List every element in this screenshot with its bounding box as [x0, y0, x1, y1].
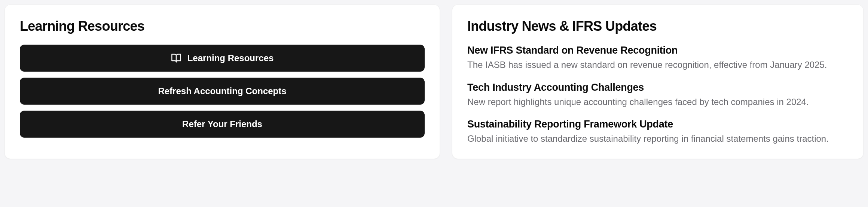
news-item: Tech Industry Accounting Challenges New …	[467, 82, 848, 108]
news-item-title: New IFRS Standard on Revenue Recognition	[467, 45, 848, 56]
news-item-desc: Global initiative to standardize sustain…	[467, 132, 848, 145]
refer-friends-button[interactable]: Refer Your Friends	[20, 111, 425, 138]
news-item-desc: The IASB has issued a new standard on re…	[467, 58, 848, 71]
news-item-title: Tech Industry Accounting Challenges	[467, 82, 848, 93]
learning-resources-title: Learning Resources	[20, 18, 425, 34]
button-label: Refresh Accounting Concepts	[158, 86, 286, 96]
book-open-icon	[171, 53, 181, 63]
news-item-desc: New report highlights unique accounting …	[467, 96, 848, 108]
news-list: New IFRS Standard on Revenue Recognition…	[467, 45, 848, 145]
learning-resources-button[interactable]: Learning Resources	[20, 45, 425, 72]
learning-resources-card: Learning Resources Learning Resources Re…	[4, 4, 440, 159]
news-item: New IFRS Standard on Revenue Recognition…	[467, 45, 848, 71]
button-label: Learning Resources	[187, 53, 274, 63]
refresh-concepts-button[interactable]: Refresh Accounting Concepts	[20, 78, 425, 105]
page-container: Learning Resources Learning Resources Re…	[4, 4, 864, 159]
news-item-title: Sustainability Reporting Framework Updat…	[467, 118, 848, 130]
industry-news-card: Industry News & IFRS Updates New IFRS St…	[452, 4, 864, 159]
industry-news-title: Industry News & IFRS Updates	[467, 18, 848, 34]
button-label: Refer Your Friends	[182, 119, 262, 129]
news-item: Sustainability Reporting Framework Updat…	[467, 118, 848, 145]
button-stack: Learning Resources Refresh Accounting Co…	[20, 45, 425, 138]
